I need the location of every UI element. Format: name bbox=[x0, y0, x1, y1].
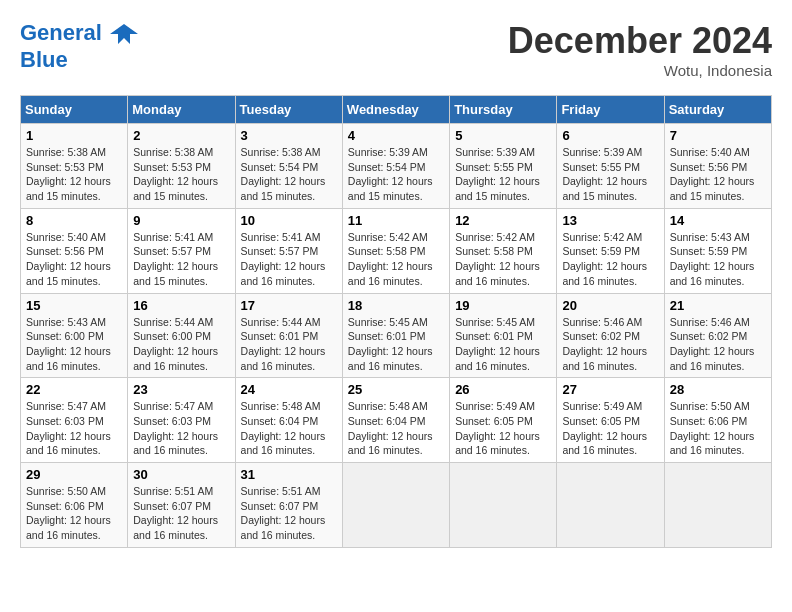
day-info: Sunrise: 5:51 AMSunset: 6:07 PMDaylight:… bbox=[133, 484, 229, 543]
col-header-monday: Monday bbox=[128, 96, 235, 124]
day-info: Sunrise: 5:45 AMSunset: 6:01 PMDaylight:… bbox=[348, 315, 444, 374]
calendar-cell: 31Sunrise: 5:51 AMSunset: 6:07 PMDayligh… bbox=[235, 463, 342, 548]
day-info: Sunrise: 5:42 AMSunset: 5:59 PMDaylight:… bbox=[562, 230, 658, 289]
day-info: Sunrise: 5:45 AMSunset: 6:01 PMDaylight:… bbox=[455, 315, 551, 374]
day-number: 23 bbox=[133, 382, 229, 397]
calendar-cell: 24Sunrise: 5:48 AMSunset: 6:04 PMDayligh… bbox=[235, 378, 342, 463]
day-number: 17 bbox=[241, 298, 337, 313]
day-number: 3 bbox=[241, 128, 337, 143]
day-number: 18 bbox=[348, 298, 444, 313]
day-number: 29 bbox=[26, 467, 122, 482]
day-number: 27 bbox=[562, 382, 658, 397]
day-number: 1 bbox=[26, 128, 122, 143]
day-info: Sunrise: 5:44 AMSunset: 6:00 PMDaylight:… bbox=[133, 315, 229, 374]
day-number: 22 bbox=[26, 382, 122, 397]
calendar-week-row: 1Sunrise: 5:38 AMSunset: 5:53 PMDaylight… bbox=[21, 124, 772, 209]
day-number: 28 bbox=[670, 382, 766, 397]
calendar-cell: 20Sunrise: 5:46 AMSunset: 6:02 PMDayligh… bbox=[557, 293, 664, 378]
day-info: Sunrise: 5:38 AMSunset: 5:54 PMDaylight:… bbox=[241, 145, 337, 204]
calendar-cell: 14Sunrise: 5:43 AMSunset: 5:59 PMDayligh… bbox=[664, 208, 771, 293]
calendar-cell: 26Sunrise: 5:49 AMSunset: 6:05 PMDayligh… bbox=[450, 378, 557, 463]
calendar-cell: 28Sunrise: 5:50 AMSunset: 6:06 PMDayligh… bbox=[664, 378, 771, 463]
calendar-cell: 5Sunrise: 5:39 AMSunset: 5:55 PMDaylight… bbox=[450, 124, 557, 209]
day-info: Sunrise: 5:41 AMSunset: 5:57 PMDaylight:… bbox=[133, 230, 229, 289]
title-block: December 2024 Wotu, Indonesia bbox=[508, 20, 772, 79]
col-header-tuesday: Tuesday bbox=[235, 96, 342, 124]
calendar-week-row: 8Sunrise: 5:40 AMSunset: 5:56 PMDaylight… bbox=[21, 208, 772, 293]
day-number: 13 bbox=[562, 213, 658, 228]
calendar-cell: 2Sunrise: 5:38 AMSunset: 5:53 PMDaylight… bbox=[128, 124, 235, 209]
day-number: 4 bbox=[348, 128, 444, 143]
day-info: Sunrise: 5:50 AMSunset: 6:06 PMDaylight:… bbox=[26, 484, 122, 543]
day-number: 15 bbox=[26, 298, 122, 313]
day-number: 12 bbox=[455, 213, 551, 228]
day-number: 25 bbox=[348, 382, 444, 397]
logo-blue: Blue bbox=[20, 47, 68, 72]
day-info: Sunrise: 5:49 AMSunset: 6:05 PMDaylight:… bbox=[562, 399, 658, 458]
day-number: 9 bbox=[133, 213, 229, 228]
day-info: Sunrise: 5:47 AMSunset: 6:03 PMDaylight:… bbox=[133, 399, 229, 458]
calendar-cell: 22Sunrise: 5:47 AMSunset: 6:03 PMDayligh… bbox=[21, 378, 128, 463]
calendar-cell: 9Sunrise: 5:41 AMSunset: 5:57 PMDaylight… bbox=[128, 208, 235, 293]
calendar-cell: 30Sunrise: 5:51 AMSunset: 6:07 PMDayligh… bbox=[128, 463, 235, 548]
day-info: Sunrise: 5:38 AMSunset: 5:53 PMDaylight:… bbox=[133, 145, 229, 204]
day-info: Sunrise: 5:39 AMSunset: 5:54 PMDaylight:… bbox=[348, 145, 444, 204]
logo-general: General bbox=[20, 20, 102, 45]
logo-bird-icon bbox=[110, 20, 138, 48]
day-number: 8 bbox=[26, 213, 122, 228]
col-header-friday: Friday bbox=[557, 96, 664, 124]
day-number: 6 bbox=[562, 128, 658, 143]
calendar-cell: 29Sunrise: 5:50 AMSunset: 6:06 PMDayligh… bbox=[21, 463, 128, 548]
day-number: 24 bbox=[241, 382, 337, 397]
calendar-table: SundayMondayTuesdayWednesdayThursdayFrid… bbox=[20, 95, 772, 548]
calendar-cell: 1Sunrise: 5:38 AMSunset: 5:53 PMDaylight… bbox=[21, 124, 128, 209]
col-header-sunday: Sunday bbox=[21, 96, 128, 124]
day-info: Sunrise: 5:43 AMSunset: 5:59 PMDaylight:… bbox=[670, 230, 766, 289]
day-info: Sunrise: 5:42 AMSunset: 5:58 PMDaylight:… bbox=[455, 230, 551, 289]
calendar-cell: 16Sunrise: 5:44 AMSunset: 6:00 PMDayligh… bbox=[128, 293, 235, 378]
day-number: 16 bbox=[133, 298, 229, 313]
col-header-wednesday: Wednesday bbox=[342, 96, 449, 124]
calendar-week-row: 15Sunrise: 5:43 AMSunset: 6:00 PMDayligh… bbox=[21, 293, 772, 378]
calendar-cell: 10Sunrise: 5:41 AMSunset: 5:57 PMDayligh… bbox=[235, 208, 342, 293]
calendar-body: 1Sunrise: 5:38 AMSunset: 5:53 PMDaylight… bbox=[21, 124, 772, 548]
day-info: Sunrise: 5:46 AMSunset: 6:02 PMDaylight:… bbox=[562, 315, 658, 374]
calendar-header-row: SundayMondayTuesdayWednesdayThursdayFrid… bbox=[21, 96, 772, 124]
day-info: Sunrise: 5:39 AMSunset: 5:55 PMDaylight:… bbox=[562, 145, 658, 204]
day-info: Sunrise: 5:38 AMSunset: 5:53 PMDaylight:… bbox=[26, 145, 122, 204]
day-number: 14 bbox=[670, 213, 766, 228]
day-number: 5 bbox=[455, 128, 551, 143]
month-title: December 2024 bbox=[508, 20, 772, 62]
calendar-cell: 17Sunrise: 5:44 AMSunset: 6:01 PMDayligh… bbox=[235, 293, 342, 378]
calendar-cell: 3Sunrise: 5:38 AMSunset: 5:54 PMDaylight… bbox=[235, 124, 342, 209]
day-number: 10 bbox=[241, 213, 337, 228]
calendar-cell: 21Sunrise: 5:46 AMSunset: 6:02 PMDayligh… bbox=[664, 293, 771, 378]
day-info: Sunrise: 5:48 AMSunset: 6:04 PMDaylight:… bbox=[241, 399, 337, 458]
calendar-cell bbox=[450, 463, 557, 548]
calendar-cell: 7Sunrise: 5:40 AMSunset: 5:56 PMDaylight… bbox=[664, 124, 771, 209]
calendar-cell: 13Sunrise: 5:42 AMSunset: 5:59 PMDayligh… bbox=[557, 208, 664, 293]
day-info: Sunrise: 5:43 AMSunset: 6:00 PMDaylight:… bbox=[26, 315, 122, 374]
day-info: Sunrise: 5:51 AMSunset: 6:07 PMDaylight:… bbox=[241, 484, 337, 543]
calendar-cell: 27Sunrise: 5:49 AMSunset: 6:05 PMDayligh… bbox=[557, 378, 664, 463]
day-info: Sunrise: 5:40 AMSunset: 5:56 PMDaylight:… bbox=[26, 230, 122, 289]
day-number: 2 bbox=[133, 128, 229, 143]
calendar-cell: 25Sunrise: 5:48 AMSunset: 6:04 PMDayligh… bbox=[342, 378, 449, 463]
day-info: Sunrise: 5:44 AMSunset: 6:01 PMDaylight:… bbox=[241, 315, 337, 374]
calendar-cell: 4Sunrise: 5:39 AMSunset: 5:54 PMDaylight… bbox=[342, 124, 449, 209]
calendar-week-row: 22Sunrise: 5:47 AMSunset: 6:03 PMDayligh… bbox=[21, 378, 772, 463]
calendar-cell: 19Sunrise: 5:45 AMSunset: 6:01 PMDayligh… bbox=[450, 293, 557, 378]
calendar-week-row: 29Sunrise: 5:50 AMSunset: 6:06 PMDayligh… bbox=[21, 463, 772, 548]
calendar-cell bbox=[664, 463, 771, 548]
day-info: Sunrise: 5:48 AMSunset: 6:04 PMDaylight:… bbox=[348, 399, 444, 458]
calendar-cell: 23Sunrise: 5:47 AMSunset: 6:03 PMDayligh… bbox=[128, 378, 235, 463]
calendar-cell: 6Sunrise: 5:39 AMSunset: 5:55 PMDaylight… bbox=[557, 124, 664, 209]
day-number: 7 bbox=[670, 128, 766, 143]
day-info: Sunrise: 5:49 AMSunset: 6:05 PMDaylight:… bbox=[455, 399, 551, 458]
page-header: General Blue December 2024 Wotu, Indones… bbox=[20, 20, 772, 79]
day-info: Sunrise: 5:47 AMSunset: 6:03 PMDaylight:… bbox=[26, 399, 122, 458]
day-number: 30 bbox=[133, 467, 229, 482]
calendar-cell: 12Sunrise: 5:42 AMSunset: 5:58 PMDayligh… bbox=[450, 208, 557, 293]
svg-marker-0 bbox=[110, 24, 138, 44]
logo: General Blue bbox=[20, 20, 138, 72]
